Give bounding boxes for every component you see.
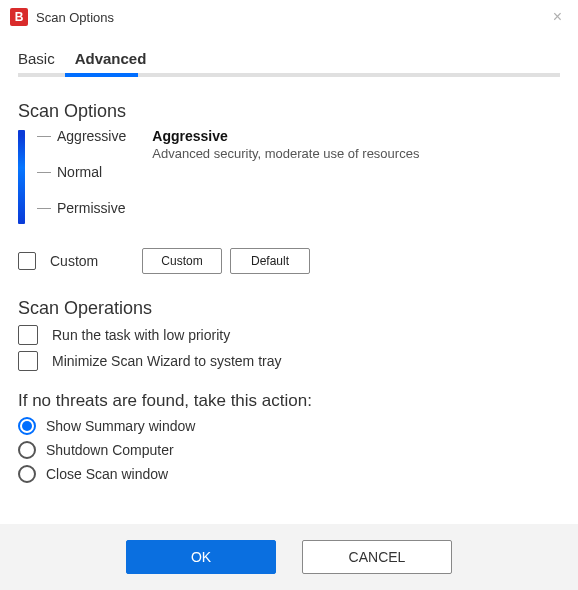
op-low-priority[interactable]: Run the task with low priority [18, 325, 560, 345]
level-label: Normal [57, 164, 102, 180]
scan-level-slider[interactable]: —Aggressive —Normal —Permissive [18, 126, 126, 236]
content-area: Scan Options —Aggressive —Normal —Permis… [0, 77, 578, 524]
custom-row: Custom Custom Default [18, 248, 560, 274]
radio-show-summary[interactable]: Show Summary window [18, 417, 560, 435]
tab-bar: Basic Advanced [0, 32, 578, 73]
tab-active-indicator [65, 73, 138, 77]
default-button[interactable]: Default [230, 248, 310, 274]
scan-operations-heading: Scan Operations [18, 298, 560, 319]
radio-label: Show Summary window [46, 418, 195, 434]
checkbox-low-priority[interactable] [18, 325, 38, 345]
level-permissive[interactable]: —Permissive [37, 200, 126, 236]
level-label: Aggressive [57, 128, 126, 144]
level-label: Permissive [57, 200, 125, 216]
radio-shutdown[interactable]: Shutdown Computer [18, 441, 560, 459]
slider-labels: —Aggressive —Normal —Permissive [37, 126, 126, 236]
scan-operations-section: Scan Operations Run the task with low pr… [18, 298, 560, 371]
tab-advanced[interactable]: Advanced [75, 50, 147, 73]
radio-label: Close Scan window [46, 466, 168, 482]
checkbox-minimize-tray[interactable] [18, 351, 38, 371]
radio-close-window[interactable]: Close Scan window [18, 465, 560, 483]
titlebar: B Scan Options × [0, 0, 578, 32]
radio-icon[interactable] [18, 441, 36, 459]
scan-level-row: —Aggressive —Normal —Permissive Aggressi… [18, 126, 560, 236]
selected-level-title: Aggressive [152, 128, 419, 144]
selected-level-subtitle: Advanced security, moderate use of resou… [152, 146, 419, 161]
custom-button[interactable]: Custom [142, 248, 222, 274]
close-icon[interactable]: × [547, 9, 568, 25]
level-aggressive[interactable]: —Aggressive [37, 128, 126, 164]
scan-options-heading: Scan Options [18, 101, 560, 122]
no-threats-heading: If no threats are found, take this actio… [18, 391, 560, 411]
cancel-button[interactable]: CANCEL [302, 540, 452, 574]
op-minimize-tray[interactable]: Minimize Scan Wizard to system tray [18, 351, 560, 371]
op-label: Minimize Scan Wizard to system tray [52, 353, 282, 369]
radio-icon[interactable] [18, 465, 36, 483]
app-icon: B [10, 8, 28, 26]
radio-icon[interactable] [18, 417, 36, 435]
level-normal[interactable]: —Normal [37, 164, 126, 200]
dialog-footer: OK CANCEL [0, 524, 578, 590]
custom-label: Custom [50, 253, 142, 269]
op-label: Run the task with low priority [52, 327, 230, 343]
slider-track [18, 130, 25, 224]
selected-level-description: Aggressive Advanced security, moderate u… [152, 126, 419, 161]
tab-underline [18, 73, 560, 77]
scan-options-dialog: B Scan Options × Basic Advanced Scan Opt… [0, 0, 578, 590]
ok-button[interactable]: OK [126, 540, 276, 574]
window-title: Scan Options [36, 10, 547, 25]
tab-basic[interactable]: Basic [18, 50, 55, 73]
radio-label: Shutdown Computer [46, 442, 174, 458]
custom-checkbox[interactable] [18, 252, 36, 270]
